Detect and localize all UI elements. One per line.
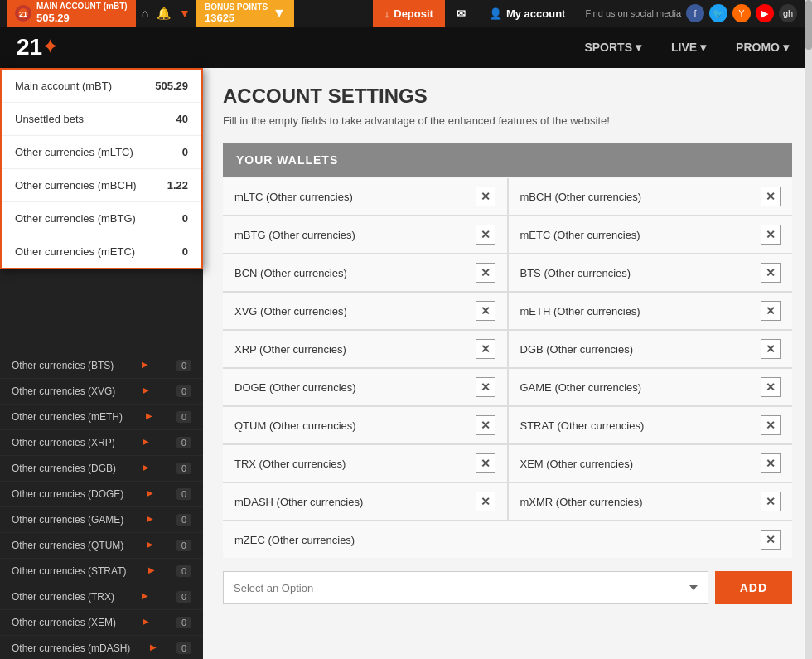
dropdown-row-unsettled: Unsettled bets 40 — [2, 103, 201, 136]
wallet-label-mbtg: mBTG (Other currencies) — [234, 229, 355, 241]
wallet-xem: XEM (Other currencies) ✕ — [509, 445, 793, 482]
arrow-icon: ▶ — [146, 411, 152, 423]
github-icon[interactable]: gh — [779, 4, 797, 22]
remove-bts-button[interactable]: ✕ — [761, 263, 781, 283]
remove-xvg-button[interactable]: ✕ — [476, 301, 495, 321]
remove-metc-button[interactable]: ✕ — [761, 225, 781, 245]
remove-bcn-button[interactable]: ✕ — [476, 263, 495, 283]
remove-strat-button[interactable]: ✕ — [761, 415, 781, 435]
remove-xrp-button[interactable]: ✕ — [476, 339, 495, 359]
wallet-label-bcn: BCN (Other currencies) — [234, 267, 347, 279]
chevron-down-icon: ▾ — [636, 41, 641, 54]
main-layout: Main account (mBT) 505.29 Unsettled bets… — [0, 68, 812, 659]
person-icon: 👤 — [489, 7, 502, 20]
wallets-header: YOUR WALLETS — [223, 143, 792, 177]
account-widget[interactable]: 21 MAIN ACCOUNT (mBT) 505.29 — [7, 0, 136, 27]
sidebar-item-trx[interactable]: Other currencies (TRX) ▶ 0 — [0, 584, 203, 610]
wallet-label-qtum: QTUM (Other currencies) — [234, 419, 356, 432]
account-name: MAIN ACCOUNT (mBT) — [36, 2, 128, 12]
deposit-icon: ↓ — [384, 7, 390, 20]
remove-mbtg-button[interactable]: ✕ — [476, 225, 495, 245]
youtube-icon[interactable]: ▶ — [756, 4, 774, 22]
dropdown-row-mbch: Other currencies (mBCH) 1.22 — [2, 169, 201, 202]
envelope-icon: ✉ — [457, 7, 466, 20]
nav-bar: 21✦ SPORTS ▾ LIVE ▾ PROMO ▾ — [0, 27, 812, 68]
sidebar-item-meth[interactable]: Other currencies (mETH) ▶ 0 — [0, 405, 203, 430]
sidebar-list: Other currencies (BTS) ▶ 0 Other currenc… — [0, 353, 203, 659]
remove-mltc-button[interactable]: ✕ — [476, 187, 495, 206]
wallet-label-metc: mETC (Other currencies) — [520, 229, 640, 241]
arrow-icon: ▶ — [143, 385, 149, 397]
sidebar-item-xvg[interactable]: Other currencies (XVG) ▶ 0 — [0, 379, 203, 405]
remove-mdash-button[interactable]: ✕ — [476, 492, 495, 511]
add-wallet-row: Select an Option ADD — [223, 571, 792, 604]
notification-icon[interactable]: 🔔 — [154, 7, 173, 20]
home-icon[interactable]: ⌂ — [139, 7, 151, 20]
sidebar-item-game[interactable]: Other currencies (GAME) ▶ 0 — [0, 507, 203, 533]
remove-doge-button[interactable]: ✕ — [476, 377, 495, 397]
sidebar-item-strat[interactable]: Other currencies (STRAT) ▶ 0 — [0, 559, 203, 584]
wallet-bts: BTS (Other currencies) ✕ — [509, 254, 793, 291]
wallet-label-mbch: mBCH (Other currencies) — [520, 191, 642, 203]
wallet-mltc: mLTC (Other currencies) ✕ — [223, 178, 507, 215]
remove-meth-button[interactable]: ✕ — [761, 301, 781, 321]
remove-trx-button[interactable]: ✕ — [476, 453, 495, 473]
remove-qtum-button[interactable]: ✕ — [476, 415, 495, 435]
wallet-label-doge: DOGE (Other currencies) — [234, 381, 356, 394]
sidebar-item-xem[interactable]: Other currencies (XEM) ▶ 0 — [0, 610, 203, 636]
sidebar-values-area: Other currencies (BTS) ▶ 0 Other currenc… — [0, 350, 203, 659]
remove-xem-button[interactable]: ✕ — [761, 453, 781, 473]
nav-promo[interactable]: PROMO ▾ — [721, 27, 804, 68]
dropdown-label-metc: Other currencies (mETC) — [15, 245, 135, 258]
reddit-icon[interactable]: Y — [732, 4, 751, 22]
account-balance: 505.29 — [36, 12, 128, 25]
sidebar-item-qtum[interactable]: Other currencies (QTUM) ▶ 0 — [0, 533, 203, 559]
remove-mxmr-button[interactable]: ✕ — [761, 492, 781, 511]
sidebar-item-mdash[interactable]: Other currencies (mDASH) ▶ 0 — [0, 636, 203, 659]
twitter-icon[interactable]: 🐦 — [709, 4, 727, 22]
arrow-icon: ▶ — [147, 488, 153, 500]
wallets-grid: mLTC (Other currencies) ✕ mBCH (Other cu… — [223, 178, 792, 558]
myaccount-button[interactable]: 👤 My account — [477, 0, 578, 27]
deposit-label: Deposit — [394, 7, 433, 20]
social-label: Find us on social media — [585, 8, 681, 18]
wallet-label-game: GAME (Other currencies) — [520, 381, 642, 394]
deposit-button[interactable]: ↓ Deposit — [373, 0, 445, 27]
wallet-select[interactable]: Select an Option — [223, 571, 708, 604]
arrow-icon: ▶ — [147, 514, 153, 526]
arrow-down-icon[interactable]: ▼ — [176, 7, 193, 20]
wallet-label-mxmr: mXMR (Other currencies) — [520, 496, 643, 508]
wallet-mzec: mZEC (Other currencies) ✕ — [223, 521, 792, 558]
facebook-icon[interactable]: f — [686, 4, 704, 22]
arrow-icon: ▶ — [143, 463, 149, 474]
add-wallet-button[interactable]: ADD — [715, 571, 792, 604]
scrollbar-track[interactable] — [805, 0, 812, 659]
sidebar-item-bts[interactable]: Other currencies (BTS) ▶ 0 — [0, 353, 203, 379]
sidebar-item-xrp[interactable]: Other currencies (XRP) ▶ 0 — [0, 430, 203, 456]
arrow-icon: ▶ — [148, 565, 155, 577]
nav-live[interactable]: LIVE ▾ — [656, 27, 721, 68]
sidebar: Main account (mBT) 505.29 Unsettled bets… — [0, 68, 203, 659]
account-action-icons: ⌂ 🔔 ▼ — [139, 7, 193, 20]
sidebar-item-doge[interactable]: Other currencies (DOGE) ▶ 0 — [0, 482, 203, 507]
wallet-label-trx: TRX (Other currencies) — [234, 458, 346, 470]
wallet-strat: STRAT (Other currencies) ✕ — [509, 407, 793, 443]
wallet-game: GAME (Other currencies) ✕ — [509, 369, 793, 405]
logo-icon: 21 — [15, 5, 31, 22]
remove-mbch-button[interactable]: ✕ — [761, 187, 781, 206]
remove-game-button[interactable]: ✕ — [761, 377, 781, 397]
sidebar-item-dgb[interactable]: Other currencies (DGB) ▶ 0 — [0, 456, 203, 482]
remove-dgb-button[interactable]: ✕ — [761, 339, 781, 359]
chevron-down-icon: ▾ — [700, 41, 706, 54]
wallet-mbch: mBCH (Other currencies) ✕ — [509, 178, 793, 215]
chevron-down-icon: ▾ — [783, 41, 789, 54]
dropdown-label-mbch: Other currencies (mBCH) — [15, 179, 137, 191]
dropdown-val-unsettled: 40 — [176, 113, 188, 125]
nav-sports[interactable]: SPORTS ▾ — [569, 27, 656, 68]
messages-button[interactable]: ✉ — [445, 0, 477, 27]
wallet-bcn: BCN (Other currencies) ✕ — [223, 254, 507, 291]
brand-logo: 21✦ — [8, 34, 65, 61]
wallet-xrp: XRP (Other currencies) ✕ — [223, 331, 507, 367]
remove-mzec-button[interactable]: ✕ — [761, 530, 781, 550]
wallet-label-dgb: DGB (Other currencies) — [520, 343, 634, 356]
